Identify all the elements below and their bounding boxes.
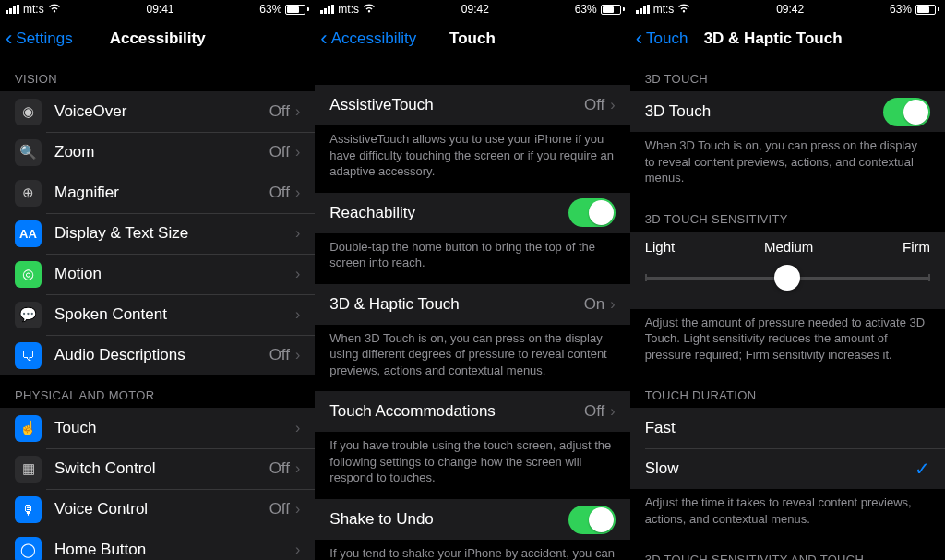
signal-icon [636,5,650,14]
slider-label-light: Light [645,239,676,255]
section-touch-duration: Touch Duration [630,375,945,408]
section-sensitivity: 3D Touch Sensitivity [630,199,945,232]
battery-icon [601,5,625,15]
toggle-shake-undo[interactable] [568,506,616,534]
row-touch[interactable]: ☝ Touch › [0,408,315,448]
footer-shake: If you tend to shake your iPhone by acci… [315,540,629,560]
back-button[interactable]: ‹ Accessibility [320,29,416,49]
row-touch-accommodations[interactable]: Touch Accommodations Off › [315,391,629,432]
section-test: 3D Touch Sensitivity and Touch Duration … [630,540,945,560]
textsize-icon: AA [15,220,42,247]
audiodesc-icon: 🗨 [15,342,42,369]
row-3d-touch-toggle[interactable]: 3D Touch [630,91,945,132]
battery-icon [285,5,309,15]
nav-bar: ‹ Touch 3D & Haptic Touch [630,18,945,59]
row-spoken-content[interactable]: 💬 Spoken Content › [0,294,315,335]
footer-assistivetouch: AssistiveTouch allows you to use your iP… [315,125,629,193]
chevron-right-icon: › [295,420,300,436]
chevron-right-icon: › [610,97,615,113]
toggle-reachability[interactable] [568,198,616,227]
time-label: 09:41 [146,3,173,16]
nav-bar: ‹ Accessibility Touch [315,18,629,59]
chevron-right-icon: › [610,296,615,313]
home-icon: ◯ [15,537,42,561]
row-display-text-size[interactable]: AA Display & Text Size › [0,213,315,254]
row-switch-control[interactable]: ▦ Switch Control Off › [0,448,315,489]
chevron-right-icon: › [295,501,300,518]
row-voiceover[interactable]: ◉ VoiceOver Off › [0,91,315,132]
voiceover-icon: ◉ [15,99,42,125]
wifi-icon [48,4,61,15]
back-button[interactable]: ‹ Settings [6,29,73,49]
footer-sensitivity: Adjust the amount of pressure needed to … [630,309,945,376]
screen-accessibility: mt:s 09:41 63% ‹ Settings Accessibility … [0,0,315,560]
slider-thumb[interactable] [774,265,800,291]
row-shake-to-undo[interactable]: Shake to Undo [315,499,629,540]
magnifier-icon: ⊕ [15,180,42,207]
chevron-right-icon: › [295,185,300,201]
row-3d-haptic-touch[interactable]: 3D & Haptic Touch On › [315,284,629,325]
screen-3d-haptic: mt:s 09:42 63% ‹ Touch 3D & Haptic Touch… [630,0,945,560]
screen-touch: mt:s 09:42 63% ‹ Accessibility Touch Ass… [315,0,629,560]
row-voice-control[interactable]: 🎙 Voice Control Off › [0,489,315,530]
section-motor: Physical and Motor [0,375,315,408]
switch-icon: ▦ [15,456,42,483]
sensitivity-slider-row: Light Medium Firm [630,232,945,309]
signal-icon [320,5,334,14]
motion-icon: ◎ [15,261,42,288]
section-3d-touch: 3D Touch [630,59,945,91]
chevron-right-icon: › [295,103,300,120]
chevron-right-icon: › [295,347,300,363]
back-label: Settings [16,30,72,48]
row-motion[interactable]: ◎ Motion › [0,254,315,294]
row-home-button[interactable]: ◯ Home Button › [0,530,315,560]
toggle-3d-touch[interactable] [883,98,930,126]
signal-icon [6,5,19,14]
row-audio-descriptions[interactable]: 🗨 Audio Descriptions Off › [0,335,315,375]
page-title: Accessibility [110,30,206,48]
battery-icon [915,5,939,15]
row-zoom[interactable]: 🔍 Zoom Off › [0,132,315,173]
page-title: Touch [449,30,496,48]
footer-reachability: Double-tap the home button to bring the … [315,233,629,284]
voice-icon: 🎙 [15,496,42,523]
chevron-right-icon: › [610,403,615,420]
chevron-right-icon: › [295,225,300,242]
status-bar: mt:s 09:42 63% [315,0,629,18]
footer-3d-touch: When 3D Touch is on, you can press on th… [315,325,629,392]
status-bar: mt:s 09:42 63% [630,0,945,18]
chevron-right-icon: › [295,542,300,558]
footer-duration: Adjust the time it takes to reveal conte… [630,489,945,540]
battery-pct: 63% [259,3,281,16]
carrier-label: mt:s [23,3,44,16]
chevron-left-icon: ‹ [6,29,12,49]
back-button[interactable]: ‹ Touch [636,29,688,49]
touch-icon: ☝ [15,415,42,442]
row-reachability[interactable]: Reachability [315,193,629,233]
footer-touch-acc: If you have trouble using the touch scre… [315,432,629,499]
zoom-icon: 🔍 [15,139,42,166]
slider-label-firm: Firm [903,239,930,255]
nav-bar: ‹ Settings Accessibility [0,18,315,59]
chevron-right-icon: › [295,306,300,323]
row-duration-fast[interactable]: Fast [630,408,945,448]
footer-3d-touch: When 3D Touch is on, you can press on th… [630,132,945,199]
check-icon: ✓ [915,458,930,480]
page-title: 3D & Haptic Touch [704,30,843,48]
sensitivity-slider[interactable] [645,277,930,280]
slider-label-medium: Medium [764,239,813,255]
chevron-right-icon: › [295,460,300,477]
chevron-right-icon: › [295,266,300,282]
row-magnifier[interactable]: ⊕ Magnifier Off › [0,173,315,213]
wifi-icon [363,4,376,15]
chevron-left-icon: ‹ [320,29,327,49]
row-assistivetouch[interactable]: AssistiveTouch Off › [315,85,629,125]
row-duration-slow[interactable]: Slow ✓ [630,448,945,489]
section-vision: Vision [0,59,315,91]
chevron-left-icon: ‹ [636,29,642,49]
wifi-icon [677,4,690,15]
chevron-right-icon: › [295,144,300,161]
spoken-icon: 💬 [15,302,42,328]
status-bar: mt:s 09:41 63% [0,0,315,18]
